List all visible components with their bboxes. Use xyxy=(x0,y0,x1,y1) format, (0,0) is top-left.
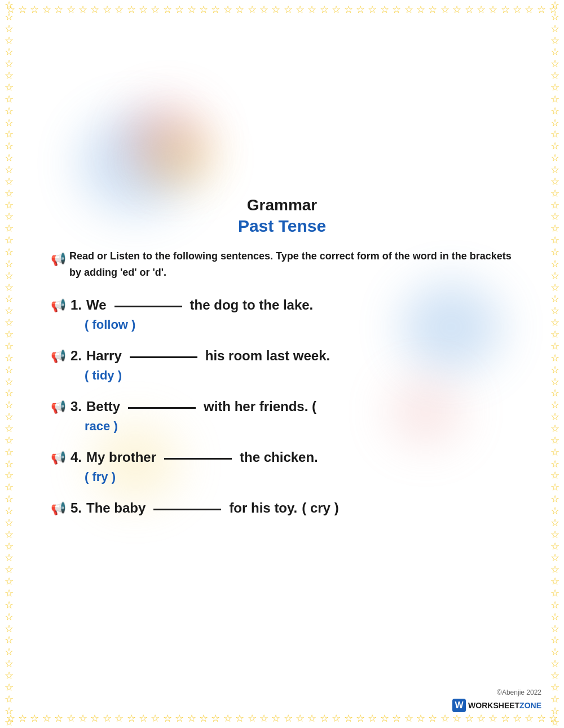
q3-number: 3. xyxy=(70,399,82,414)
page-title: Grammar xyxy=(51,196,513,214)
brand-logo: W WORKSHEETZONE xyxy=(452,699,541,712)
stars-left: ☆☆☆☆☆☆☆☆☆☆☆☆☆☆☆☆☆☆☆☆☆☆☆☆☆☆☆☆☆☆☆☆☆☆☆☆☆☆☆☆… xyxy=(5,0,14,728)
q4-text-before: My brother xyxy=(86,449,156,465)
q1-text-before: We xyxy=(86,297,107,313)
q5-hint-inline: ( cry ) xyxy=(302,500,338,516)
q2-hint: ( tidy ) xyxy=(85,368,513,383)
question-1-line: 📢 1. We the dog to the lake. xyxy=(51,297,513,313)
instructions-text: Read or Listen to the following sentence… xyxy=(69,248,513,281)
q3-text-after: with her friends. ( xyxy=(204,399,316,414)
main-content: Grammar Past Tense 📢 Read or Listen to t… xyxy=(34,185,530,544)
blob-red xyxy=(124,102,209,180)
speaker-icon: 📢 xyxy=(51,249,66,269)
q5-text-after: for his toy. xyxy=(229,500,297,516)
q1-hint: ( follow ) xyxy=(85,317,513,332)
question-3-line: 📢 3. Betty with her friends. ( xyxy=(51,399,513,414)
q3-text-before: Betty xyxy=(86,399,120,414)
q4-blank xyxy=(164,457,232,460)
question-3: 📢 3. Betty with her friends. ( race ) xyxy=(51,399,513,434)
brand-w-letter: W xyxy=(452,699,466,712)
q1-blank xyxy=(114,305,182,307)
question-1: 📢 1. We the dog to the lake. ( follow ) xyxy=(51,297,513,332)
q3-hint: race ) xyxy=(85,419,513,434)
question-5: 📢 5. The baby for his toy. ( cry ) xyxy=(51,500,513,516)
page-wrapper: ☆☆☆☆☆☆☆☆☆☆☆☆☆☆☆☆☆☆☆☆☆☆☆☆☆☆☆☆☆☆☆☆☆☆☆☆☆☆☆☆… xyxy=(0,0,564,728)
instructions-block: 📢 Read or Listen to the following senten… xyxy=(51,248,513,281)
page-subtitle: Past Tense xyxy=(51,217,513,236)
question-2: 📢 2. Harry his room last week. ( tidy ) xyxy=(51,348,513,383)
speaker-icon-4: 📢 xyxy=(51,451,66,465)
q3-hint-text: race ) xyxy=(85,419,118,433)
q2-text-before: Harry xyxy=(86,348,122,364)
q2-text-after: his room last week. xyxy=(205,348,330,364)
stars-right: ☆☆☆☆☆☆☆☆☆☆☆☆☆☆☆☆☆☆☆☆☆☆☆☆☆☆☆☆☆☆☆☆☆☆☆☆☆☆☆☆… xyxy=(550,0,559,728)
question-5-line: 📢 5. The baby for his toy. ( cry ) xyxy=(51,500,513,516)
q4-text-after: the chicken. xyxy=(240,449,318,465)
q4-hint: ( fry ) xyxy=(85,470,513,484)
q2-blank xyxy=(130,356,197,358)
speaker-icon-3: 📢 xyxy=(51,400,66,414)
question-2-line: 📢 2. Harry his room last week. xyxy=(51,348,513,364)
question-4: 📢 4. My brother the chicken. ( fry ) xyxy=(51,449,513,484)
blob-yellow xyxy=(147,130,214,186)
speaker-icon-1: 📢 xyxy=(51,298,66,313)
brand-name: WORKSHEETZONE xyxy=(468,701,541,710)
q5-blank xyxy=(153,508,221,510)
stars-bottom: ☆☆☆☆☆☆☆☆☆☆☆☆☆☆☆☆☆☆☆☆☆☆☆☆☆☆☆☆☆☆☆☆☆☆☆☆☆☆☆☆… xyxy=(0,713,564,723)
speaker-icon-2: 📢 xyxy=(51,349,66,364)
footer: ©Abenjie 2022 W WORKSHEETZONE xyxy=(452,689,541,712)
q5-number: 5. xyxy=(70,500,82,516)
q1-number: 1. xyxy=(70,297,82,313)
q3-blank xyxy=(128,407,196,409)
stars-top: ☆☆☆☆☆☆☆☆☆☆☆☆☆☆☆☆☆☆☆☆☆☆☆☆☆☆☆☆☆☆☆☆☆☆☆☆☆☆☆☆… xyxy=(0,5,564,15)
speaker-icon-5: 📢 xyxy=(51,501,66,516)
q5-text-before: The baby xyxy=(86,500,146,516)
questions-section: 📢 1. We the dog to the lake. ( follow ) … xyxy=(51,297,513,516)
q2-number: 2. xyxy=(70,348,82,364)
q1-text-after: the dog to the lake. xyxy=(190,297,314,313)
question-4-line: 📢 4. My brother the chicken. xyxy=(51,449,513,465)
copyright-text: ©Abenjie 2022 xyxy=(497,689,541,696)
q4-number: 4. xyxy=(70,449,82,465)
